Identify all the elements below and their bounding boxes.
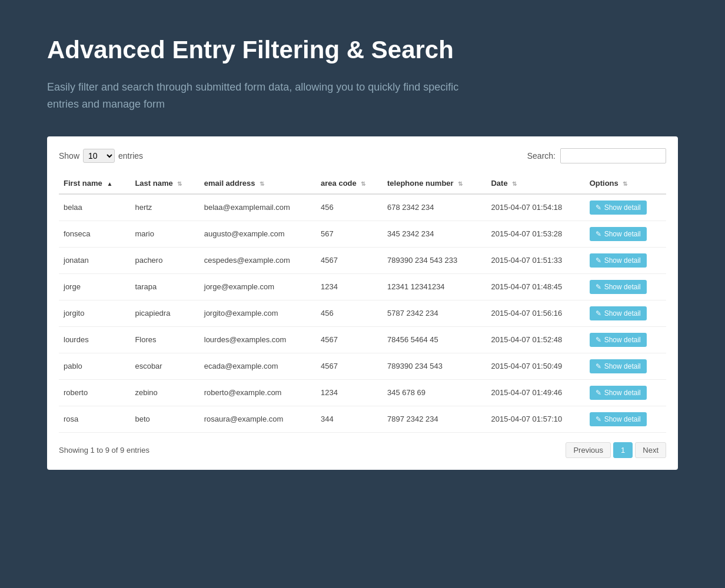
edit-icon: ✎ [596, 230, 601, 238]
sort-icon-telephone [458, 181, 463, 187]
table-cell: rosa [59, 406, 130, 432]
entries-count-select[interactable]: 10 25 50 100 [83, 149, 115, 163]
options-cell: ✎ Show detail [585, 326, 666, 353]
sort-icon-lastname [177, 181, 182, 187]
table-cell: roberto [59, 379, 130, 406]
options-cell: ✎ Show detail [585, 273, 666, 300]
col-header-date[interactable]: Date [486, 173, 584, 194]
table-cell: 789390 234 543 [383, 353, 487, 379]
showing-text: Showing 1 to 9 of 9 entries [59, 446, 149, 455]
table-cell: belaa [59, 194, 130, 221]
table-cell: jorge@example.com [199, 273, 316, 300]
table-row: jonatanpacherocespedes@example.com456778… [59, 247, 666, 273]
page-subtitle: Easily filter and search through submitt… [47, 79, 459, 113]
show-detail-button[interactable]: ✎ Show detail [590, 333, 647, 347]
table-cell: 4567 [316, 353, 383, 379]
table-cell: 789390 234 543 233 [383, 247, 487, 273]
table-cell: pachero [130, 247, 199, 273]
table-cell: 1234 [316, 273, 383, 300]
table-cell: 456 [316, 194, 383, 221]
table-cell: augusto@example.com [199, 220, 316, 247]
table-cell: Flores [130, 326, 199, 353]
table-cell: rosaura@example.com [199, 406, 316, 432]
table-cell: 2015-04-07 01:57:10 [486, 406, 584, 432]
table-cell: hertz [130, 194, 199, 221]
table-cell: 2015-04-07 01:50:49 [486, 353, 584, 379]
show-detail-button[interactable]: ✎ Show detail [590, 306, 647, 320]
options-cell: ✎ Show detail [585, 379, 666, 406]
show-detail-button[interactable]: ✎ Show detail [590, 412, 647, 426]
edit-icon: ✎ [596, 362, 601, 370]
col-header-email[interactable]: email address [199, 173, 316, 194]
show-label: Show [59, 151, 79, 161]
page-1-button[interactable]: 1 [613, 442, 633, 458]
col-header-firstname[interactable]: First name [59, 173, 130, 194]
previous-button[interactable]: Previous [566, 442, 611, 458]
table-cell: ecada@example.com [199, 353, 316, 379]
show-detail-button[interactable]: ✎ Show detail [590, 359, 647, 373]
table-row: lourdesFloreslourdes@examples.com4567784… [59, 326, 666, 353]
table-footer: Showing 1 to 9 of 9 entries Previous 1 N… [59, 442, 666, 458]
sort-icon-areacode [361, 181, 365, 187]
table-row: jorgetarapajorge@example.com123412341 12… [59, 273, 666, 300]
page-title: Advanced Entry Filtering & Search [47, 35, 678, 65]
table-container: Show 10 25 50 100 entries Search: First … [47, 136, 678, 470]
next-button[interactable]: Next [635, 442, 666, 458]
col-header-telephone[interactable]: telephone number [383, 173, 487, 194]
table-cell: 4567 [316, 326, 383, 353]
edit-icon: ✎ [596, 415, 601, 423]
sort-icon-email [260, 181, 264, 187]
table-cell: 4567 [316, 247, 383, 273]
data-table: First name Last name email address area … [59, 173, 666, 433]
edit-icon: ✎ [596, 389, 601, 397]
table-cell: lourdes@examples.com [199, 326, 316, 353]
pagination: Previous 1 Next [566, 442, 666, 458]
table-cell: tarapa [130, 273, 199, 300]
col-header-lastname[interactable]: Last name [130, 173, 199, 194]
edit-icon: ✎ [596, 336, 601, 344]
table-header-row: First name Last name email address area … [59, 173, 666, 194]
show-entries-control: Show 10 25 50 100 entries [59, 149, 143, 163]
show-detail-button[interactable]: ✎ Show detail [590, 386, 647, 400]
sort-icon-date [512, 181, 517, 187]
table-cell: escobar [130, 353, 199, 379]
options-cell: ✎ Show detail [585, 353, 666, 379]
entries-label: entries [118, 151, 143, 161]
edit-icon: ✎ [596, 309, 601, 318]
table-row: fonsecamarioaugusto@example.com567345 23… [59, 220, 666, 247]
table-cell: 2015-04-07 01:54:18 [486, 194, 584, 221]
table-cell: 2015-04-07 01:52:48 [486, 326, 584, 353]
table-cell: jorge [59, 273, 130, 300]
table-cell: 2015-04-07 01:56:16 [486, 300, 584, 326]
sort-icon-firstname [107, 181, 112, 187]
table-cell: 678 2342 234 [383, 194, 487, 221]
table-cell: roberto@example.com [199, 379, 316, 406]
table-cell: beto [130, 406, 199, 432]
table-cell: mario [130, 220, 199, 247]
table-cell: picapiedra [130, 300, 199, 326]
table-cell: 2015-04-07 01:48:45 [486, 273, 584, 300]
col-header-options[interactable]: Options [585, 173, 666, 194]
table-cell: 344 [316, 406, 383, 432]
table-cell: 12341 12341234 [383, 273, 487, 300]
col-header-areacode[interactable]: area code [316, 173, 383, 194]
table-cell: lourdes [59, 326, 130, 353]
table-cell: 2015-04-07 01:49:46 [486, 379, 584, 406]
table-cell: cespedes@example.com [199, 247, 316, 273]
table-row: jorgitopicapiedrajorgito@example.com4565… [59, 300, 666, 326]
table-cell: 5787 2342 234 [383, 300, 487, 326]
edit-icon: ✎ [596, 283, 601, 291]
table-cell: 7897 2342 234 [383, 406, 487, 432]
show-detail-button[interactable]: ✎ Show detail [590, 280, 647, 294]
options-cell: ✎ Show detail [585, 406, 666, 432]
options-cell: ✎ Show detail [585, 300, 666, 326]
options-cell: ✎ Show detail [585, 220, 666, 247]
show-detail-button[interactable]: ✎ Show detail [590, 253, 647, 268]
options-cell: ✎ Show detail [585, 247, 666, 273]
show-detail-button[interactable]: ✎ Show detail [590, 201, 647, 215]
search-input[interactable] [560, 148, 666, 163]
table-cell: 456 [316, 300, 383, 326]
show-detail-button[interactable]: ✎ Show detail [590, 227, 647, 241]
table-cell: belaa@examplemail.com [199, 194, 316, 221]
sort-icon-options [623, 181, 627, 187]
